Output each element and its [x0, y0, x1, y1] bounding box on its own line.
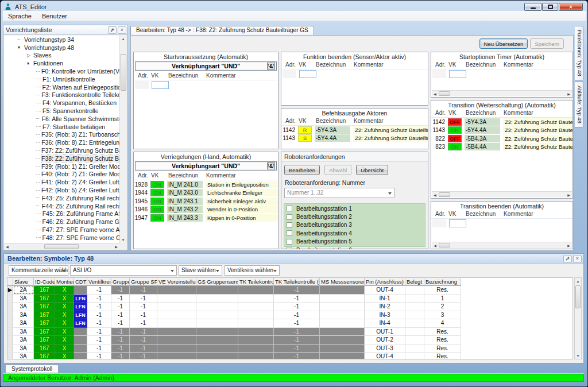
vk-input-field[interactable]	[449, 219, 466, 227]
cell-gruppe-spk[interactable]: -1	[130, 328, 157, 336]
column-header-tk_oder[interactable]: TK Teilekontrolle (Oder)	[274, 278, 320, 286]
cell-gs[interactable]	[196, 286, 238, 295]
panel-horizontal-scrollbar[interactable]: ◀ ▶	[432, 242, 572, 248]
vk-state-badge[interactable]: ON	[150, 189, 164, 196]
cell-bezeichnung[interactable]: -5Y4.4A	[465, 126, 500, 134]
row-selector[interactable]	[7, 336, 13, 345]
panel-row[interactable]: 1142OFF-5Y4.3AZ2: Zuführung Schutz Baute…	[431, 118, 572, 126]
cell-bezeichnung[interactable]: 1	[424, 295, 461, 303]
cell-tk-oder[interactable]: -1	[274, 336, 320, 345]
cell-pin[interactable]: IN-1	[365, 295, 405, 303]
cell-tk[interactable]	[238, 303, 274, 311]
tree-item[interactable]: F4: Vorspannen, Bestücken	[4, 99, 119, 107]
cell-belegt[interactable]	[405, 286, 424, 295]
cell-slave[interactable]: 3A	[13, 345, 34, 353]
cell-gruppe[interactable]: -1	[111, 286, 130, 295]
cell-id-code[interactable]: 167	[34, 345, 55, 353]
cell-ventilkreis[interactable]: -1	[87, 353, 111, 359]
scroll-right-icon[interactable]: ▶	[566, 242, 572, 249]
cell-gs[interactable]	[196, 328, 238, 336]
cell-slave[interactable]: 3A	[13, 311, 34, 320]
tree-item[interactable]: F7: Starttaste betätigen	[4, 123, 119, 131]
cell-bezeichnung[interactable]: -5Y4.3A	[465, 118, 500, 126]
table-row[interactable]: 3A167XLFN-1-1-1-1IN-44	[7, 319, 572, 328]
cell-belegt[interactable]	[405, 353, 424, 359]
tree-item[interactable]: F47: Z7: SPE Frame vorne AS	[4, 226, 119, 234]
expander-open-icon[interactable]: ▾	[18, 45, 24, 50]
hscroll-thumb[interactable]	[439, 91, 450, 96]
table-vertical-scrollbar[interactable]: ▲ ▼	[574, 277, 582, 359]
tree-item[interactable]: F39: (Rob: 1) Z1: Greifer Modul AS (AF	[4, 162, 119, 171]
tree-item[interactable]: F43: Z5: Zuführung Rail rechts AS	[4, 194, 119, 202]
cell-ms[interactable]	[320, 311, 365, 320]
cell-bezeichnung[interactable]: -5B4.4A	[465, 143, 500, 150]
cell-tk[interactable]	[238, 336, 274, 345]
scroll-right-icon[interactable]: ▶	[113, 243, 119, 250]
tree-item[interactable]: Vorrichtungstyp 34	[4, 36, 119, 44]
vk-state-badge[interactable]: OFF	[448, 135, 462, 142]
column-header-pin[interactable]: Pin (Anschluss)	[365, 278, 405, 286]
panel-horizontal-scrollbar[interactable]: ◀ ▶	[432, 191, 572, 198]
cell-gruppe[interactable]: -1	[111, 311, 130, 320]
row-selector[interactable]	[7, 319, 13, 328]
cell-ventilkreis[interactable]: -1	[87, 286, 111, 295]
cell-tk-oder[interactable]: -1	[274, 328, 320, 336]
tree-vscroll-thumb[interactable]	[121, 54, 126, 91]
vk-state-badge[interactable]: ON	[448, 143, 462, 150]
cell-bezeichnung[interactable]: IN_M 243.2	[167, 206, 203, 213]
row-selector[interactable]	[7, 311, 13, 320]
cell-ms[interactable]	[320, 286, 365, 295]
cell-gruppe[interactable]: -1	[111, 303, 130, 311]
row-selector[interactable]	[7, 295, 13, 303]
side-tab-funktionen[interactable]: Funktionen: Typ 48	[575, 26, 583, 80]
cell-gruppe[interactable]: -1	[111, 336, 130, 345]
vk-state-badge[interactable]: OFF	[448, 118, 462, 126]
panel-horizontal-scrollbar[interactable]: ◀ ▶	[432, 90, 572, 96]
cell-tk-oder[interactable]: -1	[274, 286, 320, 295]
table-vscroll-thumb[interactable]	[575, 285, 581, 308]
tab-systemprotokoll[interactable]: Systemprotokoll	[5, 365, 59, 373]
cell-montiert[interactable]: X	[55, 353, 74, 359]
cell-cdt[interactable]: LFN	[74, 295, 87, 303]
cell-slave[interactable]: 3A	[13, 336, 34, 345]
cell-ve[interactable]	[157, 328, 196, 336]
cell-bezeichnung[interactable]: Res.	[424, 286, 461, 295]
cell-ventilkreis[interactable]: -1	[87, 319, 111, 328]
menu-item-benutzer[interactable]: Benutzer	[37, 11, 72, 21]
cell-pin[interactable]: OUT-4	[365, 286, 405, 295]
panel-row[interactable]: 1945ONIN_M 243.1Sicherheit Einleger akti…	[134, 197, 278, 206]
cell-gruppe[interactable]: -1	[111, 345, 130, 353]
cell-gs[interactable]	[196, 319, 238, 328]
column-header-montiert[interactable]: Montiert	[55, 278, 74, 286]
cell-cdt[interactable]	[74, 353, 87, 359]
cell-ms[interactable]	[320, 336, 365, 345]
tree-item[interactable]: F5: Spannerkontrolle	[4, 107, 119, 115]
cell-ve[interactable]	[157, 319, 196, 328]
symbols-header[interactable]: Bearbeiten: Symbole: Typ 48 ×	[4, 254, 583, 264]
cell-bezeichnung[interactable]: IN_M 243.3	[167, 214, 203, 222]
cell-montiert[interactable]: X	[55, 286, 74, 295]
row-selector[interactable]: ▶	[7, 286, 13, 295]
checkbox[interactable]	[287, 222, 292, 228]
cell-slave[interactable]: 3A	[13, 303, 34, 311]
cell-pin[interactable]: OUT-4	[365, 353, 405, 359]
expander-open-icon[interactable]: ▾	[27, 61, 33, 66]
cell-ventilkreis[interactable]: -1	[87, 328, 111, 336]
panel-row[interactable]: 1143ON-5Y4.4AZ2: Zuführung Schutz Bautei…	[431, 126, 572, 135]
cell-ms[interactable]	[320, 303, 365, 311]
row-selector[interactable]	[7, 345, 13, 353]
cell-montiert[interactable]: X	[55, 311, 74, 320]
cell-pin[interactable]: OUT-3	[365, 345, 405, 353]
cell-id-code[interactable]: 167	[34, 295, 55, 303]
cell-pin[interactable]: IN-2	[365, 303, 405, 311]
cell-bezeichnung[interactable]: 4	[424, 319, 461, 328]
table-row[interactable]: ▶2A167X-1-1-1-1OUT-4Res.	[7, 286, 572, 295]
panel-row[interactable]: 1143S-5Y4.4AZ2: Zuführung Schutz Bauteil…	[281, 134, 428, 143]
cell-id-code[interactable]: 167	[34, 319, 55, 328]
cell-ve[interactable]	[157, 353, 196, 359]
cell-ms[interactable]	[320, 328, 365, 336]
cell-bezeichnung[interactable]: Res.	[424, 353, 461, 359]
vk-state-badge[interactable]: ON	[150, 214, 164, 222]
vk-input-field[interactable]	[299, 70, 316, 78]
cell-bezeichnung[interactable]: -5Y4.3A	[315, 126, 350, 134]
